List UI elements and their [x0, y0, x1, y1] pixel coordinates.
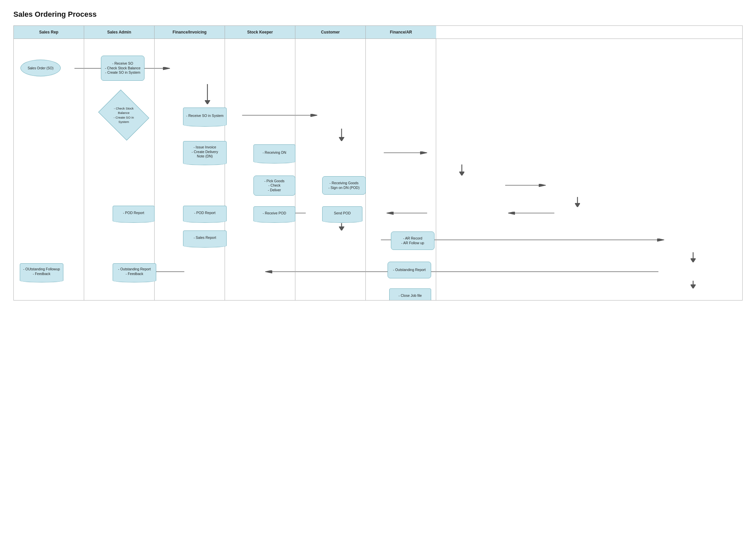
- shape-sales-report: - Sales Report: [183, 230, 227, 245]
- col-finance-ar: [366, 39, 436, 300]
- header-customer: Customer: [295, 26, 366, 39]
- page-title: Sales Ordering Process: [13, 10, 743, 19]
- shape-pod-report-finance: - POD Report: [183, 206, 227, 220]
- shape-receive-so: - Receive SO - Check Stock Balance - Cre…: [101, 56, 144, 81]
- shape-sales-order: Sales Order (SO): [20, 60, 61, 76]
- shape-receiving-goods: - Receiving Goods - Sign on DN (POD): [322, 176, 366, 195]
- header-finance-ar: Finance/AR: [366, 26, 436, 39]
- shape-pod-report-admin: - POD Report: [113, 206, 155, 220]
- shape-send-pod: Send POD: [322, 206, 362, 220]
- col-sales-rep: [14, 39, 84, 300]
- shape-outstanding-followup: - OUtstanding Followup - Feedback: [20, 263, 63, 280]
- shape-receive-so-system: - Receive SO in System: [183, 108, 227, 124]
- shape-receive-pod: - Receive POD: [253, 206, 295, 220]
- shape-outstanding-report-ar: - Outstanding Report: [388, 262, 431, 278]
- swimlane-body: Sales Order (SO) - Receive SO - Check St…: [14, 39, 742, 300]
- header-finance-invoicing: Finance/Invoicing: [155, 26, 225, 39]
- swimlane-headers: Sales Rep Sales Admin Finance/Invoicing …: [14, 26, 742, 39]
- shape-receiving-dn: - Receiving DN: [253, 144, 295, 161]
- header-stock-keeper: Stock Keeper: [225, 26, 295, 39]
- col-finance-invoicing: [155, 39, 225, 300]
- shape-issue-invoice: - Issue Invoice - Create Delivery Note (…: [183, 141, 227, 163]
- header-sales-admin: Sales Admin: [84, 26, 155, 39]
- shape-ar-record: - AR Record - AR Follow up: [391, 231, 434, 250]
- shape-close-job: - Close Job file: [389, 288, 431, 300]
- shape-pick-goods: - Pick Goods - Check - Deliver: [253, 176, 295, 196]
- col-customer: [295, 39, 366, 300]
- shape-check-stock-diamond: - Check Stock Balance - Create SO in Sys…: [104, 99, 144, 131]
- col-stock-keeper: [225, 39, 295, 300]
- header-sales-rep: Sales Rep: [14, 26, 84, 39]
- shape-outstanding-report-admin: - Outstanding Report - Feedback: [113, 263, 156, 280]
- diagram-wrapper: Sales Rep Sales Admin Finance/Invoicing …: [13, 25, 743, 300]
